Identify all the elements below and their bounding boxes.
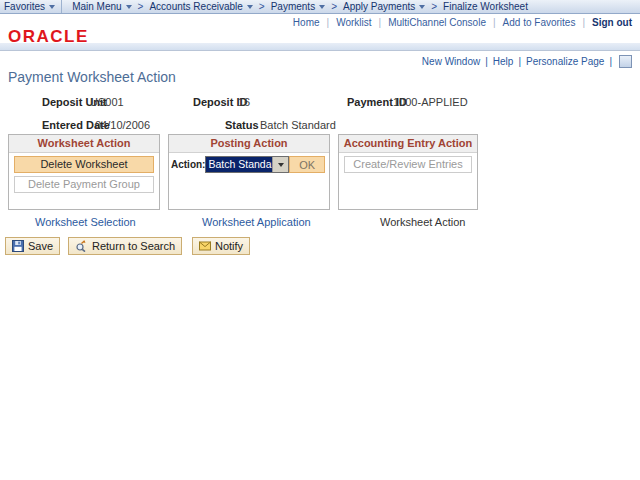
chevron-down-icon <box>126 5 132 9</box>
posting-action-row: Action: Batch Standard OK <box>169 153 329 173</box>
delete-payment-group-button[interactable]: Delete Payment Group <box>14 176 154 193</box>
new-window-link[interactable]: New Window <box>422 56 480 67</box>
header-separator: | <box>493 17 496 28</box>
breadcrumb-separator: > <box>257 1 267 12</box>
header-divider-band <box>0 43 640 51</box>
copy-url-icon[interactable] <box>619 55 632 68</box>
pagebar-separator: | <box>485 56 488 67</box>
create-review-entries-button[interactable]: Create/Review Entries <box>344 156 472 173</box>
posting-action-group-title: Posting Action <box>169 135 329 153</box>
action-label: Action: <box>171 159 205 170</box>
return-to-search-button[interactable]: Return to Search <box>68 237 182 255</box>
add-to-favorites-link[interactable]: Add to Favorites <box>503 17 576 28</box>
chevron-down-icon <box>419 5 425 9</box>
home-link[interactable]: Home <box>293 17 320 28</box>
breadcrumb-item-accounts-receivable[interactable]: Accounts Receivable <box>145 1 256 12</box>
chevron-down-icon <box>319 5 325 9</box>
application-window: Favorites Main Menu > Accounts Receivabl… <box>0 0 640 480</box>
status-value: Batch Standard <box>260 119 336 131</box>
posting-action-select[interactable]: Batch Standard <box>205 156 289 173</box>
notify-button[interactable]: Notify <box>192 237 250 255</box>
help-link[interactable]: Help <box>493 56 514 67</box>
page-action-bar: New Window | Help | Personalize Page | <box>422 55 632 68</box>
worksheet-selection-link[interactable]: Worksheet Selection <box>35 216 136 228</box>
sign-out-link[interactable]: Sign out <box>592 17 632 28</box>
save-button[interactable]: Save <box>5 237 60 255</box>
chevron-down-icon <box>278 163 284 167</box>
deposit-id-value: 16 <box>238 96 250 108</box>
personalize-page-link[interactable]: Personalize Page <box>526 56 604 67</box>
payment-id-value: 1000-APPLIED <box>393 96 468 108</box>
worksheet-action-current-page-label: Worksheet Action <box>380 216 465 228</box>
return-to-search-button-label: Return to Search <box>92 240 175 252</box>
worksheet-application-link[interactable]: Worksheet Application <box>202 216 311 228</box>
breadcrumb-separator: > <box>429 1 439 12</box>
header-separator: | <box>379 17 382 28</box>
delete-worksheet-button[interactable]: Delete Worksheet <box>14 156 154 173</box>
posting-action-selected-option: Batch Standard <box>206 157 272 172</box>
save-disk-icon <box>12 240 24 252</box>
entered-date-value: 04/10/2006 <box>95 119 150 131</box>
accounting-entry-action-groupbox: Accounting Entry Action Create/Review En… <box>338 134 478 210</box>
chevron-down-icon <box>247 5 253 9</box>
notify-button-label: Notify <box>215 240 243 252</box>
status-label: Status <box>225 119 259 131</box>
accounting-entry-action-group-title: Accounting Entry Action <box>339 135 477 153</box>
breadcrumb-separator: > <box>329 1 339 12</box>
favorites-menu[interactable]: Favorites <box>0 1 59 12</box>
page-title: Payment Worksheet Action <box>8 69 176 85</box>
header-separator: | <box>327 17 330 28</box>
chevron-down-icon <box>49 5 55 9</box>
notify-envelope-icon <box>199 241 211 251</box>
posting-action-groupbox: Posting Action Action: Batch Standard OK <box>168 134 330 210</box>
pagebar-separator: | <box>609 56 612 67</box>
multichannel-console-link[interactable]: MultiChannel Console <box>388 17 486 28</box>
breadcrumb-separator: > <box>136 1 146 12</box>
worklist-link[interactable]: Worklist <box>336 17 371 28</box>
ok-button[interactable]: OK <box>289 156 325 173</box>
header-separator: | <box>582 17 585 28</box>
breadcrumb-divider <box>61 0 62 13</box>
favorites-label: Favorites <box>4 1 45 12</box>
breadcrumb-item-main-menu[interactable]: Main Menu <box>68 1 135 12</box>
breadcrumb-item-payments[interactable]: Payments <box>267 1 329 12</box>
header-nav: Home | Worklist | MultiChannel Console |… <box>293 17 632 28</box>
worksheet-action-groupbox: Worksheet Action Delete Worksheet Delete… <box>8 134 160 210</box>
select-dropdown-button[interactable] <box>272 157 288 172</box>
save-button-label: Save <box>28 240 53 252</box>
breadcrumb-item-finalize-worksheet: Finalize Worksheet <box>439 1 532 12</box>
worksheet-action-group-title: Worksheet Action <box>9 135 159 153</box>
breadcrumb-item-apply-payments[interactable]: Apply Payments <box>339 1 429 12</box>
return-to-search-icon <box>75 240 88 252</box>
deposit-unit-value: US001 <box>90 96 124 108</box>
breadcrumb: Favorites Main Menu > Accounts Receivabl… <box>0 0 640 14</box>
pagebar-separator: | <box>518 56 521 67</box>
